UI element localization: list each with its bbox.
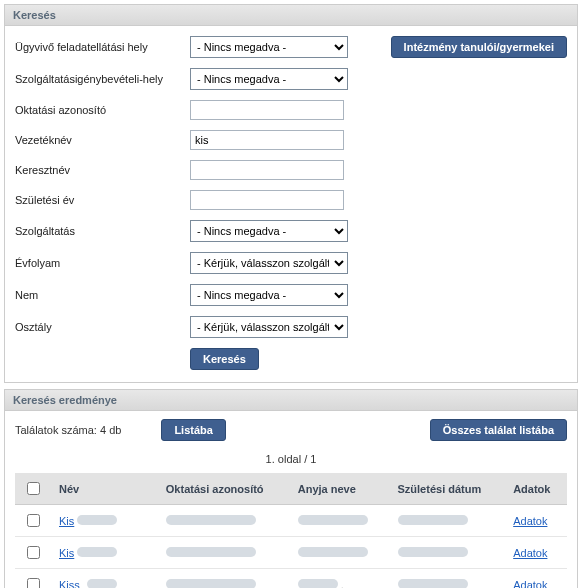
- redacted-text: [298, 579, 338, 589]
- label-keresztnev: Keresztnév: [15, 164, 190, 176]
- row-data-link[interactable]: Adatok: [513, 547, 547, 559]
- input-vezeteknev[interactable]: [190, 130, 344, 150]
- all-to-list-button[interactable]: Összes találat listába: [430, 419, 567, 441]
- select-evfolyam[interactable]: - Kérjük, válasszon szolgálta: [190, 252, 348, 274]
- search-panel: Keresés Intézmény tanulói/gyermekei Ügyv…: [4, 4, 578, 383]
- col-mother: Anyja neve: [290, 473, 390, 505]
- col-name: Név: [51, 473, 158, 505]
- redacted-text: [298, 515, 368, 525]
- redacted-text: [166, 547, 256, 557]
- redacted-text: [166, 515, 256, 525]
- row-name-link[interactable]: Kiss: [59, 579, 80, 589]
- label-szolgaltatas: Szolgáltatás: [15, 225, 190, 237]
- row-checkbox[interactable]: [27, 514, 40, 527]
- label-ugyvivo: Ügyvivő feladatellátási hely: [15, 41, 190, 53]
- search-panel-title: Keresés: [5, 5, 577, 26]
- row-checkbox[interactable]: [27, 546, 40, 559]
- label-nem: Nem: [15, 289, 190, 301]
- label-szuletesi-ev: Születési év: [15, 194, 190, 206]
- table-row: Kis Adatok: [15, 537, 567, 569]
- pager: 1. oldal / 1: [5, 453, 577, 465]
- row-data-link[interactable]: Adatok: [513, 579, 547, 589]
- redacted-text: [398, 515, 468, 525]
- input-szuletesi-ev[interactable]: [190, 190, 344, 210]
- select-all-checkbox[interactable]: [27, 482, 40, 495]
- institute-students-button[interactable]: Intézmény tanulói/gyermekei: [391, 36, 567, 58]
- redacted-text: [166, 579, 256, 589]
- redacted-text: [398, 579, 468, 589]
- label-osztaly: Osztály: [15, 321, 190, 333]
- col-okt-id: Oktatási azonosító: [158, 473, 290, 505]
- select-nem[interactable]: - Nincs megadva -: [190, 284, 348, 306]
- table-row: Kis Adatok: [15, 505, 567, 537]
- redacted-text: [77, 515, 117, 525]
- results-count: Találatok száma: 4 db: [15, 424, 121, 436]
- label-szolg-hely: Szolgáltatásigénybevételi-hely: [15, 73, 190, 85]
- input-keresztnev[interactable]: [190, 160, 344, 180]
- results-panel-title: Keresés eredménye: [5, 390, 577, 411]
- row-checkbox[interactable]: [27, 578, 40, 588]
- col-data: Adatok: [505, 473, 567, 505]
- redacted-text: [77, 547, 117, 557]
- table-row: Kiss . Adatok: [15, 569, 567, 589]
- label-vezeteknev: Vezetéknév: [15, 134, 190, 146]
- search-submit-button[interactable]: Keresés: [190, 348, 259, 370]
- select-osztaly[interactable]: - Kérjük, válasszon szolgálta: [190, 316, 348, 338]
- row-name-link[interactable]: Kis: [59, 515, 74, 527]
- redacted-text: [398, 547, 468, 557]
- label-oktatasi-az: Oktatási azonosító: [15, 104, 190, 116]
- results-table: Név Oktatási azonosító Anyja neve Szület…: [15, 473, 567, 588]
- label-evfolyam: Évfolyam: [15, 257, 190, 269]
- select-szolg-hely[interactable]: - Nincs megadva -: [190, 68, 348, 90]
- col-birth: Születési dátum: [390, 473, 506, 505]
- select-szolgaltatas[interactable]: - Nincs megadva -: [190, 220, 348, 242]
- row-data-link[interactable]: Adatok: [513, 515, 547, 527]
- row-name-link[interactable]: Kis: [59, 547, 74, 559]
- select-ugyvivo[interactable]: - Nincs megadva -: [190, 36, 348, 58]
- input-oktatasi-az[interactable]: [190, 100, 344, 120]
- to-list-button[interactable]: Listába: [161, 419, 226, 441]
- results-panel: Keresés eredménye Találatok száma: 4 db …: [4, 389, 578, 588]
- redacted-text: [298, 547, 368, 557]
- redacted-text: [87, 579, 117, 589]
